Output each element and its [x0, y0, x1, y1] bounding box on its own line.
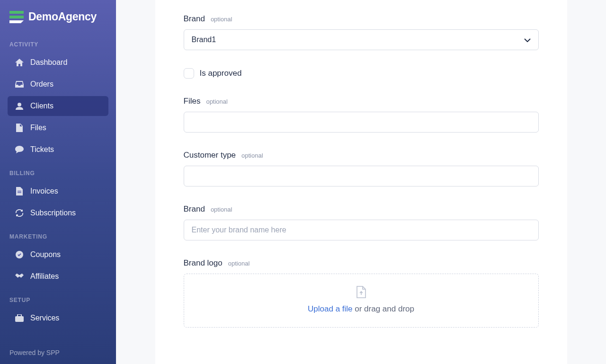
user-icon — [15, 102, 24, 110]
sidebar-footer: Powered by SPP — [0, 341, 116, 364]
brand-input-group: Brand optional — [184, 204, 539, 240]
logo-text: DemoAgency — [28, 10, 97, 23]
svg-rect-3 — [18, 191, 21, 192]
optional-tag: optional — [206, 98, 228, 105]
is-approved-group: Is approved — [184, 68, 539, 79]
file-icon — [15, 124, 24, 132]
sidebar-item-invoices[interactable]: Invoices — [8, 181, 108, 201]
sidebar-item-tickets[interactable]: Tickets — [8, 140, 108, 160]
briefcase-icon — [15, 314, 24, 322]
upload-file-link[interactable]: Upload a file — [308, 304, 353, 313]
file-upload-icon — [194, 285, 529, 299]
form-panel: Brand optional Brand1 Is approved Files … — [155, 0, 567, 364]
sidebar-item-coupons[interactable]: Coupons — [8, 245, 108, 265]
refresh-icon — [15, 209, 24, 217]
sidebar-item-affiliates[interactable]: Affiliates — [8, 266, 108, 286]
sidebar-item-orders[interactable]: Orders — [8, 74, 108, 94]
sidebar-item-files[interactable]: Files — [8, 118, 108, 138]
sidebar-item-dashboard[interactable]: Dashboard — [8, 53, 108, 72]
handshake-icon — [15, 272, 24, 281]
customer-type-input[interactable] — [184, 166, 539, 186]
sidebar-item-label: Affiliates — [30, 272, 59, 281]
sidebar-item-label: Subscriptions — [30, 209, 76, 217]
section-label-activity: ACTIVITY — [0, 32, 116, 52]
brand-select-label: Brand — [184, 14, 205, 24]
sidebar-item-services[interactable]: Services — [8, 308, 108, 328]
section-label-setup: SETUP — [0, 287, 116, 307]
svg-rect-4 — [18, 192, 21, 193]
tag-icon — [15, 250, 24, 259]
optional-tag: optional — [228, 260, 250, 267]
main-content: Brand optional Brand1 Is approved Files … — [116, 0, 606, 364]
home-icon — [15, 58, 24, 67]
brand-select-value: Brand1 — [192, 36, 216, 44]
logo-icon — [9, 11, 24, 23]
optional-tag: optional — [211, 206, 232, 213]
sidebar-item-label: Services — [30, 314, 59, 322]
sidebar-item-label: Orders — [30, 80, 53, 89]
dropzone-text: Upload a file or drag and drop — [194, 304, 529, 314]
sidebar-item-label: Clients — [30, 102, 53, 110]
sidebar-item-label: Invoices — [30, 187, 58, 195]
chat-icon — [15, 145, 24, 154]
brand-name-input[interactable] — [184, 220, 539, 240]
logo[interactable]: DemoAgency — [0, 0, 116, 32]
optional-tag: optional — [211, 16, 232, 23]
section-label-billing: BILLING — [0, 160, 116, 180]
dropzone-rest: or drag and drop — [353, 304, 414, 313]
brand-logo-label: Brand logo — [184, 258, 223, 268]
optional-tag: optional — [241, 152, 263, 159]
svg-rect-1 — [9, 16, 24, 18]
brand-logo-group: Brand logo optional Upload a file or dra… — [184, 258, 539, 328]
sidebar-item-label: Tickets — [30, 145, 54, 154]
sidebar-item-subscriptions[interactable]: Subscriptions — [8, 203, 108, 223]
customer-type-group: Customer type optional — [184, 151, 539, 186]
brand-select[interactable]: Brand1 — [184, 29, 539, 50]
invoice-icon — [15, 187, 24, 195]
sidebar-item-label: Dashboard — [30, 58, 67, 67]
sidebar-item-label: Files — [30, 124, 46, 132]
brand-select-group: Brand optional Brand1 — [184, 14, 539, 50]
brand-logo-dropzone[interactable]: Upload a file or drag and drop — [184, 274, 539, 328]
is-approved-label: Is approved — [200, 69, 242, 78]
files-group: Files optional — [184, 97, 539, 133]
svg-point-2 — [18, 103, 21, 107]
sidebar-item-label: Coupons — [30, 250, 61, 259]
brand-input-label: Brand — [184, 204, 205, 214]
sidebar: DemoAgency ACTIVITY Dashboard Orders Cli… — [0, 0, 116, 364]
chevron-down-icon — [524, 36, 531, 44]
inbox-icon — [15, 80, 24, 89]
is-approved-checkbox[interactable] — [184, 68, 194, 79]
svg-rect-0 — [9, 11, 24, 14]
customer-type-label: Customer type — [184, 151, 236, 160]
files-input[interactable] — [184, 112, 539, 133]
section-label-marketing: MARKETING — [0, 224, 116, 244]
sidebar-item-clients[interactable]: Clients — [8, 96, 108, 116]
svg-rect-7 — [18, 314, 21, 317]
files-label: Files — [184, 97, 201, 106]
